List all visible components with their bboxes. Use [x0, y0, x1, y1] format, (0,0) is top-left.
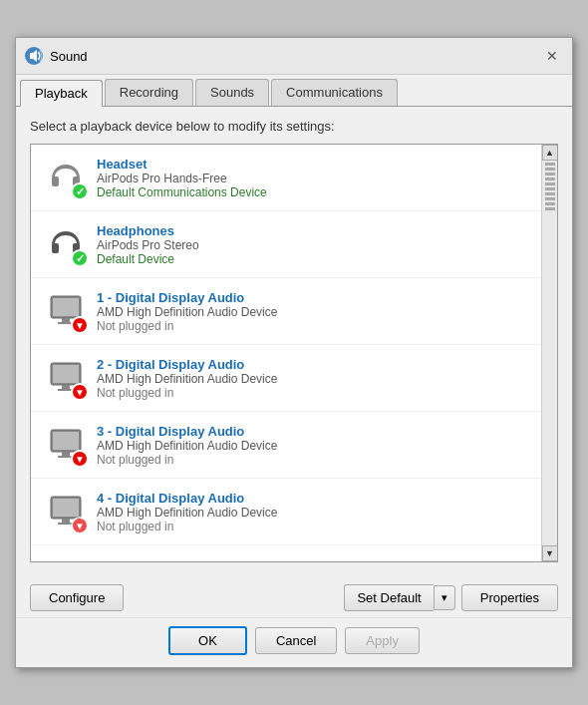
device-status: Default Communications Device [97, 185, 531, 199]
scrollbar-stripe [545, 168, 555, 171]
device-sub: AirPods Pro Stereo [97, 238, 531, 252]
device-icon-wrap: ✓ [41, 219, 91, 269]
svg-rect-15 [53, 499, 79, 517]
scrollbar-stripe [545, 192, 555, 195]
tab-bar: Playback Recording Sounds Communications [16, 75, 572, 107]
close-button[interactable]: ✕ [540, 44, 564, 68]
scrollbar-stripe [545, 197, 555, 200]
tab-playback[interactable]: Playback [20, 80, 103, 107]
device-name: 2 - Digital Display Audio [97, 357, 531, 372]
sound-dialog: Sound ✕ Playback Recording Sounds Commun… [15, 37, 573, 668]
scrollbar-stripe [545, 173, 555, 176]
device-status: Not plugged in [97, 319, 531, 333]
red-down-badge: ▼ [71, 450, 89, 468]
device-list-container: ✓ Headset AirPods Pro Hands-Free Default… [30, 144, 558, 562]
device-sub: AMD High Definition Audio Device [97, 372, 531, 386]
device-text: 3 - Digital Display Audio AMD High Defin… [91, 424, 531, 467]
device-name: 3 - Digital Display Audio [97, 424, 531, 439]
svg-rect-3 [53, 298, 79, 316]
scrollbar-stripe [545, 163, 555, 166]
device-text: 2 - Digital Display Audio AMD High Defin… [91, 357, 531, 400]
list-item[interactable]: ▼ 2 - Digital Display Audio AMD High Def… [31, 345, 541, 412]
device-sub: AMD High Definition Audio Device [97, 439, 531, 453]
green-check-badge: ✓ [71, 182, 89, 200]
set-default-button[interactable]: Set Default [344, 584, 433, 611]
properties-button[interactable]: Properties [461, 584, 558, 611]
svg-rect-12 [62, 452, 70, 456]
device-status: Not plugged in [97, 386, 531, 400]
scrollbar-stripe [545, 207, 555, 210]
apply-button[interactable]: Apply [345, 627, 420, 654]
list-item[interactable]: ✓ Headphones AirPods Pro Stereo Default … [31, 211, 541, 278]
device-status: Default Device [97, 252, 531, 266]
device-status: Not plugged in [97, 520, 531, 533]
ok-button[interactable]: OK [168, 626, 247, 655]
device-list: ✓ Headset AirPods Pro Hands-Free Default… [31, 145, 541, 561]
cancel-button[interactable]: Cancel [255, 627, 337, 654]
scrollbar-stripe [545, 182, 555, 185]
tab-sounds[interactable]: Sounds [195, 79, 269, 106]
scrollbar-stripe [545, 202, 555, 205]
red-down-badge: ▼ [71, 316, 89, 334]
list-item[interactable]: ▼ 3 - Digital Display Audio AMD High Def… [31, 412, 541, 479]
device-icon-wrap: ✓ [41, 153, 91, 202]
set-default-dropdown-button[interactable]: ▾ [434, 585, 455, 610]
svg-rect-7 [53, 365, 79, 383]
device-text: 1 - Digital Display Audio AMD High Defin… [91, 290, 531, 333]
tab-recording[interactable]: Recording [105, 79, 193, 106]
action-button-row: Configure Set Default ▾ Properties [16, 574, 572, 617]
window-title: Sound [50, 49, 540, 64]
red-down-badge: ▼ [71, 383, 89, 401]
device-name: Headset [97, 157, 531, 172]
list-item[interactable]: ✓ Headset AirPods Pro Hands-Free Default… [31, 145, 541, 211]
scrollbar-track: ▲ ▼ [541, 145, 557, 561]
scrollbar-down-button[interactable]: ▼ [542, 545, 558, 561]
tab-description: Select a playback device below to modify… [30, 119, 558, 134]
device-sub: AMD High Definition Audio Device [97, 305, 531, 319]
svg-rect-16 [62, 519, 70, 523]
device-icon-wrap: ▼ [41, 286, 91, 336]
device-text: Headset AirPods Pro Hands-Free Default C… [91, 157, 531, 199]
list-item[interactable]: ▼ 4 - Digital Display Audio AMD High Def… [31, 479, 541, 545]
device-icon-wrap: ▼ [41, 420, 91, 470]
svg-rect-11 [53, 432, 79, 450]
title-bar: Sound ✕ [16, 38, 572, 75]
device-icon-wrap: ▼ [41, 487, 91, 536]
red-down-badge: ▼ [71, 517, 89, 534]
dialog-button-row: OK Cancel Apply [16, 617, 572, 667]
device-text: Headphones AirPods Pro Stereo Default De… [91, 223, 531, 266]
device-text: 4 - Digital Display Audio AMD High Defin… [91, 491, 531, 533]
svg-rect-4 [62, 318, 70, 322]
list-item[interactable]: ▼ 1 - Digital Display Audio AMD High Def… [31, 278, 541, 345]
device-name: Headphones [97, 223, 531, 238]
tab-communications[interactable]: Communications [271, 79, 398, 106]
device-status: Not plugged in [97, 453, 531, 467]
green-check-badge: ✓ [71, 249, 89, 267]
device-sub: AMD High Definition Audio Device [97, 506, 531, 520]
tab-content: Select a playback device below to modify… [16, 107, 572, 574]
device-name: 4 - Digital Display Audio [97, 491, 531, 506]
device-icon-wrap: ▼ [41, 353, 91, 403]
scrollbar-stripe [545, 177, 555, 180]
svg-rect-8 [62, 385, 70, 389]
scrollbar-stripe [545, 187, 555, 190]
configure-button[interactable]: Configure [30, 584, 124, 611]
set-default-group: Set Default ▾ [344, 584, 454, 611]
scrollbar-thumb-area [542, 161, 557, 545]
device-sub: AirPods Pro Hands-Free [97, 172, 531, 185]
device-name: 1 - Digital Display Audio [97, 290, 531, 305]
scrollbar-up-button[interactable]: ▲ [542, 145, 558, 161]
sound-icon [24, 46, 44, 66]
